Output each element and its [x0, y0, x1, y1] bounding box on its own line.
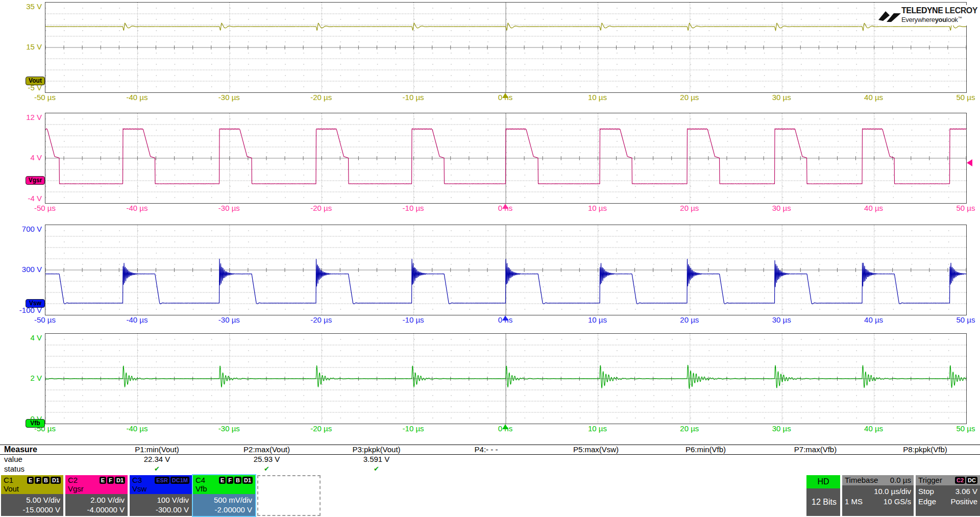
hd-label: HD [806, 475, 840, 488]
time-label: -20 µs [298, 93, 344, 102]
trigger-type: Edge [918, 497, 936, 507]
time-label: 40 µs [851, 204, 897, 212]
channel-zero-marker-c4[interactable]: Vfb [26, 419, 45, 428]
time-label: -40 µs [114, 204, 160, 212]
measure-param-p7[interactable]: P7:max(Vfb) [761, 445, 870, 454]
time-label: 40 µs [851, 424, 897, 433]
channel-descriptor-c4[interactable]: C4 E F B D1 Vfb 500 mV/div -2.00000 V [193, 475, 255, 516]
trigger-label: Trigger [918, 475, 942, 485]
trigger-coupling-badge: DC [966, 477, 977, 484]
time-label: -30 µs [206, 204, 252, 212]
measure-param-p5[interactable]: P5:max(Vsw) [541, 445, 651, 454]
grid-plot-c4[interactable] [45, 333, 967, 424]
channel-zero-marker-c3[interactable]: Vsw [26, 299, 45, 308]
time-label: -40 µs [114, 93, 160, 102]
trigger-level-marker[interactable] [967, 159, 972, 166]
channel-vdiv-c1: 5.00 V/div [4, 495, 60, 505]
time-label: 20 µs [667, 424, 713, 433]
axis-label-c2-bot: -4 V [0, 194, 42, 203]
channel-descriptor-c2[interactable]: C2 E F D1 Vgsr 2.00 V/div -4.00000 V [65, 475, 128, 516]
measure-param-p6[interactable]: P6:min(Vfb) [651, 445, 761, 454]
time-label: -50 µs [22, 204, 68, 212]
measure-title: Measure [0, 445, 102, 454]
badge-c2-d1: D1 [115, 477, 125, 484]
time-label: -10 µs [390, 424, 436, 433]
measure-param-p1[interactable]: P1:min(Vout) [102, 445, 212, 454]
channel-id-c1: C1 [4, 476, 13, 484]
timebase-label: Timebase [845, 475, 878, 485]
badge-c4-f: F [227, 477, 233, 484]
status-check-p1: ✔ [102, 464, 212, 474]
time-label: -40 µs [114, 315, 160, 324]
channel-vdiv-c3: 100 V/div [133, 495, 189, 505]
trigger-time-marker[interactable] [502, 93, 508, 98]
logo-text: TELEDYNE LECROY Everywhereyoulook™ [901, 7, 977, 23]
axis-label-c3-top: 700 V [0, 225, 42, 233]
timebase-box[interactable]: Timebase 0.0 µs 10.0 µs/div 1 MS 10 GS/s [842, 475, 914, 516]
timebase-record-length: 1 MS [845, 497, 863, 507]
trigger-box[interactable]: Trigger C2 DC Stop 3.06 V Edge Positive [916, 475, 980, 516]
measure-param-p2[interactable]: P2:max(Vout) [212, 445, 322, 454]
axis-label-c2-mid: 4 V [0, 154, 42, 162]
empty-descriptor-slot[interactable] [257, 475, 321, 516]
trigger-mode: Stop [918, 486, 934, 497]
channel-zero-marker-c1[interactable]: Vout [26, 77, 45, 85]
time-label: -30 µs [206, 315, 252, 324]
hd-bits: 12 Bits [806, 488, 840, 516]
trigger-time-marker[interactable] [502, 204, 508, 209]
grid-plot-c3[interactable] [45, 225, 967, 315]
time-label: 30 µs [758, 424, 804, 433]
channel-name-c2: Vgsr [68, 484, 125, 493]
channel-zero-marker-c2[interactable]: Vgsr [26, 176, 45, 185]
measure-param-p3[interactable]: P3:pkpk(Vout) [322, 445, 431, 454]
teledyne-lecroy-logo: TELEDYNE LECROY Everywhereyoulook™ [878, 5, 979, 26]
time-label: 50 µs [943, 315, 980, 324]
channel-name-c1: Vout [4, 484, 61, 493]
channel-vdiv-c4: 500 mV/div [196, 495, 252, 505]
time-label: 30 µs [758, 204, 804, 212]
grid-plot-c2[interactable] [45, 113, 967, 204]
time-label: -10 µs [390, 315, 436, 324]
status-check-p4 [431, 464, 541, 474]
measure-param-p4[interactable]: P4:- - - [431, 445, 541, 454]
time-label: -10 µs [390, 93, 436, 102]
badge-c4-d1: D1 [242, 477, 253, 484]
time-label: -40 µs [114, 424, 160, 433]
trigger-source-badge: C2 [955, 477, 965, 484]
status-check-p8 [870, 464, 980, 474]
status-check-p2: ✔ [212, 464, 322, 474]
hd-mode-box[interactable]: HD 12 Bits [806, 475, 840, 516]
trigger-time-marker[interactable] [502, 424, 508, 429]
time-label: 20 µs [667, 315, 713, 324]
axis-label-c2-top: 12 V [0, 113, 42, 121]
measure-param-p8[interactable]: P8:pkpk(Vfb) [870, 445, 980, 454]
axis-label-c1-top: 35 V [0, 3, 42, 11]
measure-value-p1: 22.34 V [102, 455, 212, 464]
status-row-label: status [0, 464, 102, 474]
status-check-p7 [761, 464, 870, 474]
axis-label-c1-mid: 15 V [0, 43, 42, 51]
channel-descriptor-c3[interactable]: C3 ESR DC1M Vsw 100 V/div -300.00 V [130, 475, 192, 516]
channel-descriptor-c1[interactable]: C1 E F B D1 Vout 5.00 V/div -15.0000 V [1, 475, 63, 516]
channel-vdiv-c2: 2.00 V/div [68, 495, 125, 505]
timebase-sample-rate: 10 GS/s [884, 497, 911, 507]
grid-plot-c1[interactable] [45, 2, 967, 93]
measure-value-p8 [870, 455, 980, 464]
badge-c1-f: F [35, 477, 41, 484]
time-axis-c2: -50 µs-40 µs-30 µs-20 µs-10 µs0 ns10 µs2… [0, 203, 980, 213]
channel-name-c3: Vsw [132, 484, 189, 493]
axis-label-c4-mid: 2 V [0, 374, 42, 382]
measure-value-p4 [431, 455, 541, 464]
time-label: 40 µs [851, 315, 897, 324]
time-label: 10 µs [574, 204, 620, 212]
channel-offset-c3: -300.00 V [133, 505, 189, 514]
axis-label-c4-top: 4 V [0, 334, 42, 342]
time-label: 40 µs [851, 93, 897, 102]
time-label: 20 µs [667, 93, 713, 102]
time-label: -20 µs [298, 315, 344, 324]
time-axis-c1: -50 µs-40 µs-30 µs-20 µs-10 µs0 ns10 µs2… [0, 92, 980, 103]
time-label: 10 µs [574, 315, 620, 324]
trigger-level: 3.06 V [955, 486, 977, 497]
time-label: 50 µs [943, 93, 980, 102]
trigger-time-marker[interactable] [502, 315, 508, 321]
